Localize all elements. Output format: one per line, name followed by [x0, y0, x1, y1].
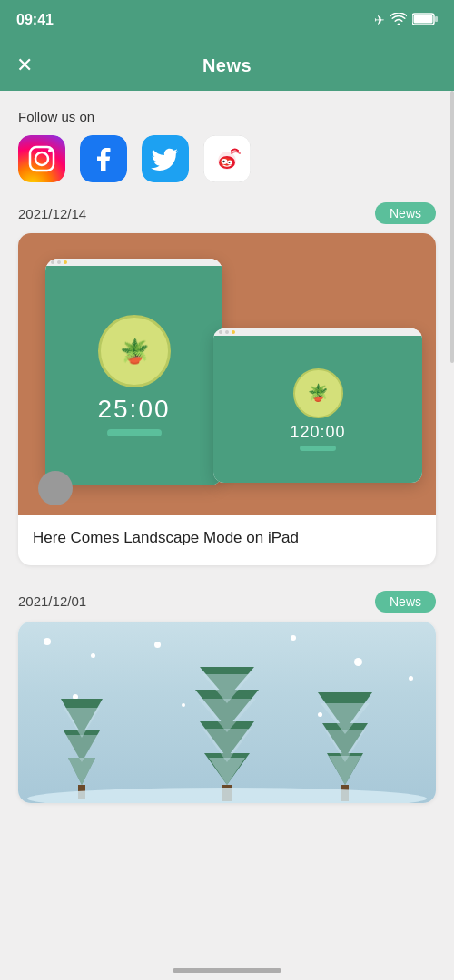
ipad-back-bar	[45, 259, 222, 266]
follow-label: Follow us on	[18, 109, 436, 124]
svg-point-16	[229, 162, 231, 163]
winter-trees	[18, 658, 436, 803]
news-image-1: 🪴 25:00	[18, 233, 436, 514]
svg-point-40	[27, 788, 427, 803]
timer-progress-sm	[300, 446, 336, 451]
ipad-wrapper: 🪴 25:00	[18, 233, 436, 514]
ipad-front-bar	[213, 328, 422, 336]
header-title: News	[202, 55, 252, 76]
news-date-2: 2021/12/01	[18, 593, 86, 609]
facebook-icon[interactable]	[80, 135, 127, 182]
weibo-icon[interactable]	[203, 135, 251, 182]
status-icons: ✈	[374, 13, 438, 28]
svg-point-15	[222, 161, 224, 162]
news-card-1[interactable]: 🪴 25:00	[18, 233, 436, 565]
bowl-icon-sm: 🪴	[308, 383, 328, 403]
dot-yellow	[64, 260, 67, 264]
svg-rect-3	[18, 135, 65, 182]
content: Follow us on	[0, 91, 454, 830]
news-meta-1: 2021/12/14 News	[18, 202, 436, 224]
dot-yellow	[232, 330, 235, 334]
status-time: 09:41	[16, 12, 54, 28]
snow-dot	[44, 638, 51, 645]
news-card-2[interactable]	[18, 622, 436, 803]
snow-dot	[291, 635, 296, 641]
ipad-back-screen: 🪴 25:00	[45, 266, 222, 485]
instagram-icon[interactable]	[18, 135, 65, 182]
news-tag-2: News	[375, 591, 436, 612]
dot	[57, 260, 61, 264]
timer-display: 25:00	[97, 395, 170, 424]
news-meta-2: 2021/12/01 News	[18, 591, 436, 612]
airplane-icon: ✈	[374, 13, 385, 27]
header: ✕ News	[0, 40, 454, 91]
dot	[219, 330, 222, 334]
social-icons-row	[18, 135, 436, 182]
status-bar: 09:41 ✈	[0, 0, 454, 40]
fruit-bowl: 🪴	[98, 315, 171, 387]
news-image-2	[18, 622, 436, 803]
ipad-back: 🪴 25:00	[45, 259, 222, 485]
news-item-1: 2021/12/14 News 🪴	[18, 202, 436, 565]
news-title-1: Here Comes Landscape Mode on iPad	[18, 514, 436, 565]
scrollbar[interactable]	[450, 91, 454, 363]
home-indicator	[173, 968, 281, 973]
svg-rect-2	[414, 15, 433, 23]
wifi-icon	[390, 13, 407, 28]
dot	[225, 330, 229, 334]
avatar	[38, 471, 73, 505]
battery-icon	[412, 13, 438, 28]
news-date-1: 2021/12/14	[18, 206, 86, 221]
timer-display-sm: 120:00	[290, 423, 345, 442]
svg-rect-1	[435, 16, 438, 22]
follow-section: Follow us on	[18, 109, 436, 182]
news-item-2: 2021/12/01 News	[18, 591, 436, 803]
ipad-front: 🪴 120:00	[213, 328, 422, 483]
fruit-bowl-sm: 🪴	[293, 368, 343, 418]
snow-dot	[154, 642, 161, 648]
twitter-icon[interactable]	[142, 135, 189, 182]
dot	[51, 260, 54, 264]
close-button[interactable]: ✕	[16, 55, 33, 75]
timer-progress	[107, 429, 162, 436]
ipad-front-screen: 🪴 120:00	[213, 336, 422, 483]
svg-point-6	[48, 149, 52, 152]
bowl-icon: 🪴	[120, 338, 149, 366]
news-tag-1: News	[375, 202, 436, 224]
